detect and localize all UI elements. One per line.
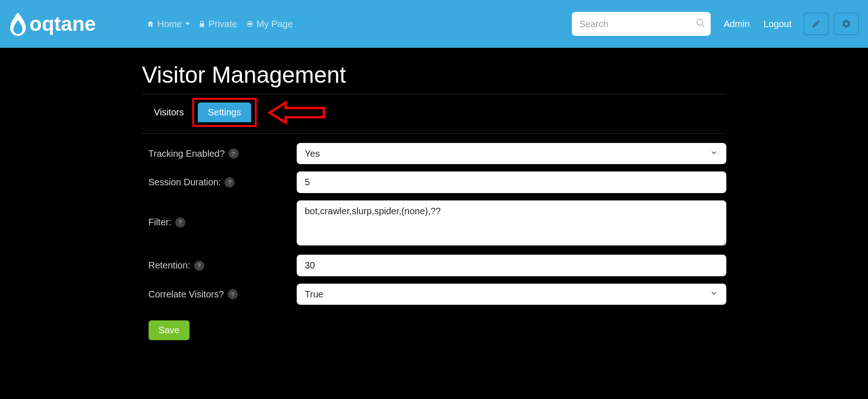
tracking-select[interactable]: Yes [297,143,726,164]
settings-form: Tracking Enabled? ? Yes Session Duration… [142,143,726,340]
annotation-highlight-box: Settings [192,98,257,127]
target-icon [246,20,254,28]
lock-icon [198,20,206,28]
help-icon[interactable]: ? [175,217,185,228]
svg-text:oqtane: oqtane [29,12,96,35]
row-session: Session Duration: ? [142,171,726,193]
retention-input[interactable] [297,255,726,276]
label-session: Session Duration: [149,177,221,188]
label-filter: Filter: [149,217,172,228]
save-button[interactable]: Save [149,320,190,340]
admin-link[interactable]: Admin [724,19,750,29]
toolbar-buttons [804,13,859,35]
search-input[interactable] [579,19,696,29]
row-retention: Retention: ? [142,255,726,276]
help-icon[interactable]: ? [194,261,204,271]
label-correlate: Correlate Visitors? [149,289,224,300]
search-icon[interactable] [696,18,706,30]
svg-point-3 [697,19,703,25]
label-tracking: Tracking Enabled? [149,148,225,159]
logout-link[interactable]: Logout [764,19,792,29]
home-icon [146,20,155,28]
nav-private[interactable]: Private [198,19,237,29]
nav-mypage-label: My Page [257,19,293,29]
settings-button[interactable] [834,13,859,35]
filter-textarea[interactable]: bot,crawler,slurp,spider,(none),?? [297,200,726,245]
nav-home-label: Home [157,19,182,29]
nav-home[interactable]: Home [146,19,190,29]
chevron-down-icon [185,23,190,25]
brand-logo-icon: oqtane [8,10,132,38]
navbar: oqtane Home Private My Page Admin Logout [0,0,868,48]
auth-links: Admin Logout [724,19,792,29]
nav-links: Home Private My Page [146,19,293,29]
help-icon[interactable]: ? [229,148,239,159]
svg-point-2 [248,23,251,25]
correlate-select[interactable]: True [297,284,726,305]
page-container: Visitor Management Visitors Settings Tra… [142,48,726,359]
brand[interactable]: oqtane [8,10,132,38]
page-title: Visitor Management [142,62,726,88]
session-input[interactable] [297,171,726,193]
svg-line-4 [702,24,705,27]
tab-visitors[interactable]: Visitors [148,103,190,122]
row-filter: Filter: ? bot,crawler,slurp,spider,(none… [142,200,726,247]
divider [142,133,726,134]
help-icon[interactable]: ? [228,289,238,299]
edit-button[interactable] [804,13,828,35]
search-box [572,12,711,36]
annotation-arrow-icon [265,99,329,126]
row-correlate: Correlate Visitors? ? True [142,284,726,305]
pencil-icon [811,19,821,28]
tabs: Visitors Settings [142,94,726,131]
row-tracking: Tracking Enabled? ? Yes [142,143,726,164]
label-retention: Retention: [149,260,190,271]
gear-icon [841,19,851,29]
nav-private-label: Private [208,19,237,29]
nav-mypage[interactable]: My Page [246,19,293,29]
tab-settings[interactable]: Settings [198,103,251,122]
help-icon[interactable]: ? [224,177,235,188]
